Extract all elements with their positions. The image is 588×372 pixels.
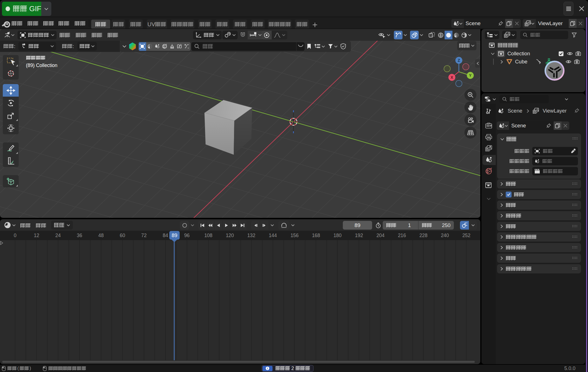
svg-text:X: X xyxy=(450,75,453,80)
svg-text:Y: Y xyxy=(469,73,472,78)
svg-text:Z: Z xyxy=(458,58,460,63)
